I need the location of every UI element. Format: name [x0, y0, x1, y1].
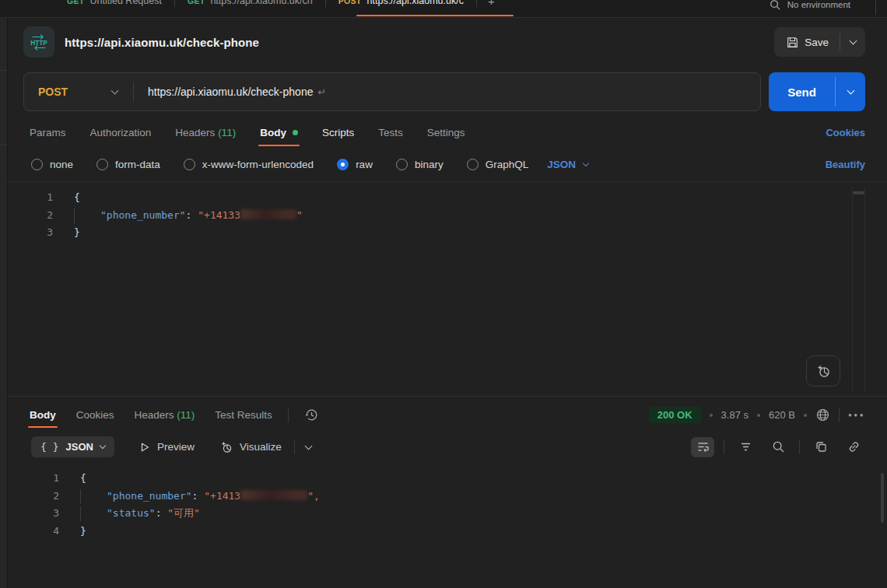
copy-button[interactable] [809, 437, 833, 457]
chevron-down-icon [847, 87, 854, 95]
response-tab-test-results[interactable]: Test Results [215, 409, 272, 428]
tab-body-active[interactable]: Body [260, 127, 298, 146]
url-input[interactable]: https://api.xiaomu.uk/check-phone↵ [134, 86, 326, 98]
workspace-tab-post-request-active[interactable]: POST https://api.xiaomu.uk/c [326, 0, 476, 14]
divider [724, 440, 724, 454]
search-response-button[interactable] [766, 437, 790, 457]
tab-method-badge: POST [338, 0, 362, 5]
workspace-tab-strip: GET Untitled Request GET https://api.xia… [0, 0, 887, 18]
radio-raw-selected[interactable]: raw [337, 159, 373, 170]
response-size[interactable]: 620 B [769, 409, 795, 421]
tab-settings[interactable]: Settings [427, 127, 465, 146]
workspace-tab-get-request[interactable]: GET https://api.xiaomu.uk/ch [175, 0, 325, 14]
radio-icon [184, 159, 195, 170]
response-tab-headers[interactable]: Headers (11) [135, 409, 195, 428]
tab-tests[interactable]: Tests [378, 127, 403, 146]
save-options-button[interactable] [840, 27, 865, 57]
more-options-icon[interactable]: ●●● [848, 411, 865, 418]
strip-divider [875, 0, 876, 15]
preview-button[interactable]: Preview [139, 441, 195, 453]
save-button-group: Save [774, 27, 865, 57]
radio-none[interactable]: none [31, 159, 73, 170]
radio-form-data[interactable]: form-data [96, 159, 160, 170]
workspace-tab-untitled[interactable]: GET Untitled Request [54, 0, 174, 14]
wrap-text-button[interactable] [691, 437, 714, 457]
response-line-1: 1 { [8, 470, 887, 488]
tab-params[interactable]: Params [30, 127, 66, 146]
send-button[interactable]: Send [769, 72, 835, 111]
collapsed-sidebar-rail[interactable] [0, 18, 8, 588]
response-line-3: 3 "status": "可用" [8, 505, 887, 523]
svg-text:HTTP: HTTP [30, 40, 47, 47]
response-tab-body-active[interactable]: Body [30, 409, 56, 428]
return-key-glyph: ↵ [317, 86, 326, 98]
separator-dot [710, 414, 713, 417]
body-type-selector: none form-data x-www-form-urlencoded raw… [8, 146, 887, 170]
send-button-group: Send [769, 72, 865, 111]
indent-guide [80, 489, 107, 504]
response-panel: Body Cookies Headers (11) Test Results 2… [8, 396, 887, 540]
response-history-icon[interactable] [304, 408, 319, 422]
method-label: POST [38, 86, 68, 98]
divider [288, 408, 289, 422]
code-line-1: 1 { [8, 189, 887, 207]
divider [799, 440, 800, 454]
code-line-2: 2 "phone_number": "+14133" [8, 207, 887, 225]
copy-icon [815, 440, 828, 453]
radio-graphql[interactable]: GraphQL [467, 159, 529, 170]
send-options-button[interactable] [836, 72, 865, 111]
network-globe-icon[interactable] [815, 408, 830, 422]
line-number: 3 [8, 224, 53, 242]
wrap-text-icon [696, 440, 710, 453]
new-tab-button[interactable]: + [477, 0, 506, 8]
response-tab-cookies[interactable]: Cookies [76, 409, 114, 428]
indent-guide [80, 506, 107, 521]
beautify-link[interactable]: Beautify [826, 159, 865, 170]
visualize-button[interactable]: Visualize [219, 440, 282, 453]
response-scrollbar-thumb[interactable] [881, 473, 884, 523]
play-icon [139, 442, 150, 453]
url-bar: POST https://api.xiaomu.uk/check-phone↵ [23, 72, 761, 111]
share-link-button[interactable] [842, 437, 865, 457]
active-tab-underline [356, 15, 514, 16]
radio-binary[interactable]: binary [396, 159, 444, 170]
tab-scripts[interactable]: Scripts [322, 127, 354, 146]
editor-scrollbar-track[interactable] [852, 187, 865, 391]
save-button-label: Save [805, 37, 829, 48]
save-button[interactable]: Save [774, 27, 840, 57]
search-icon [772, 440, 785, 453]
response-time[interactable]: 3.87 s [721, 409, 749, 421]
environment-selector[interactable]: No environment [787, 0, 850, 9]
request-body-editor[interactable]: 1 { 2 "phone_number": "+14133" 3 } [8, 181, 887, 396]
response-line-2: 2 "phone_number": "+1413", [8, 488, 887, 506]
method-selector[interactable]: POST [24, 86, 133, 98]
postbot-ai-button[interactable] [806, 355, 840, 387]
tab-authorization[interactable]: Authorization [90, 127, 152, 146]
tab-headers[interactable]: Headers (11) [175, 127, 236, 146]
search-icon[interactable] [770, 0, 781, 11]
response-body-viewer[interactable]: 1 { 2 "phone_number": "+1413", 3 "status… [8, 464, 887, 540]
url-row: POST https://api.xiaomu.uk/check-phone↵ … [8, 64, 887, 111]
body-has-content-dot [293, 130, 298, 135]
radio-x-www-form-urlencoded[interactable]: x-www-form-urlencoded [184, 159, 314, 170]
language-dropdown[interactable]: JSON [547, 159, 588, 170]
save-icon [787, 37, 798, 48]
separator-dot [757, 414, 760, 417]
status-badge[interactable]: 200 OK [649, 407, 701, 423]
editor-scrollbar-thumb[interactable] [853, 191, 864, 194]
divider [294, 440, 295, 454]
chevron-down-icon [100, 443, 106, 449]
response-format-dropdown[interactable]: { } JSON [31, 436, 114, 457]
redacted-phone-digits [240, 209, 296, 219]
response-tab-bar: Body Cookies Headers (11) Test Results 2… [8, 397, 887, 430]
redacted-phone-digits [240, 490, 307, 500]
tab-label: Untitled Request [90, 0, 162, 6]
response-headers-count: (11) [177, 409, 195, 421]
response-meta: 200 OK 3.87 s 620 B ●●● [649, 407, 865, 423]
response-line-4: 4 } [8, 523, 887, 541]
filter-button[interactable] [734, 437, 757, 457]
http-request-icon: HTTP [23, 26, 54, 58]
cookies-link[interactable]: Cookies [826, 127, 865, 146]
chevron-down-icon[interactable] [304, 442, 312, 450]
tab-label: https://api.xiaomu.uk/c [367, 0, 464, 6]
